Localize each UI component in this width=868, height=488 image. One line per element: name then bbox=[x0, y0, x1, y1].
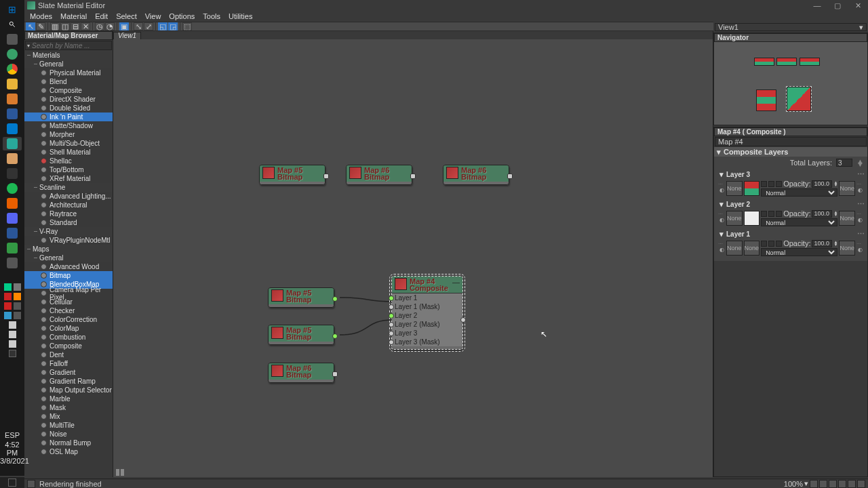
bitmap-node[interactable]: Map #5Bitmap bbox=[268, 287, 334, 308]
search-button[interactable] bbox=[3, 18, 22, 31]
spinner-icon[interactable]: ▲▼ bbox=[833, 181, 837, 186]
volume-icon[interactable] bbox=[9, 331, 16, 338]
tray-icon[interactable] bbox=[14, 293, 21, 300]
tool-pick-icon[interactable]: ✎ bbox=[36, 22, 45, 30]
opacity-input[interactable] bbox=[812, 240, 832, 247]
zoom-btn[interactable] bbox=[857, 480, 865, 488]
tree-subgroup[interactable]: ─General bbox=[24, 253, 113, 262]
search-input[interactable] bbox=[32, 42, 110, 49]
color-correct-icon[interactable]: ◐ bbox=[856, 247, 863, 253]
app-explorer[interactable] bbox=[3, 77, 22, 91]
output-port[interactable] bbox=[332, 371, 338, 377]
tool-btn[interactable]: ◱ bbox=[158, 22, 167, 30]
opacity-input[interactable] bbox=[812, 210, 832, 218]
tray-icon[interactable] bbox=[4, 312, 12, 319]
spinner-icon[interactable]: ▲▼ bbox=[833, 211, 837, 216]
solo-icon[interactable] bbox=[776, 211, 782, 217]
tray-icon[interactable] bbox=[4, 283, 12, 291]
menu-modes[interactable]: Modes bbox=[30, 12, 52, 20]
app-folder[interactable] bbox=[3, 152, 22, 165]
texture-slot[interactable]: None bbox=[744, 241, 760, 256]
menu-select[interactable]: Select bbox=[116, 12, 137, 20]
color-correct-icon[interactable]: ◐ bbox=[856, 187, 863, 194]
solo-icon[interactable] bbox=[776, 181, 782, 187]
color-correct-icon[interactable]: ◐ bbox=[718, 217, 725, 224]
tree-subgroup[interactable]: ─Scanline bbox=[24, 183, 113, 192]
tree-item[interactable]: Advanced Wood bbox=[24, 262, 113, 271]
output-port[interactable] bbox=[460, 317, 466, 323]
zoom-btn[interactable] bbox=[810, 480, 818, 488]
param-name-field[interactable]: Map #4 bbox=[715, 137, 867, 146]
texture-slot[interactable] bbox=[744, 181, 760, 196]
menu-options[interactable]: Options bbox=[169, 12, 195, 20]
app-word[interactable] bbox=[3, 107, 22, 121]
tree-item[interactable]: VRayPluginNodeMtl bbox=[24, 236, 113, 245]
tool-btn[interactable]: ◫ bbox=[60, 22, 70, 30]
tray-icon[interactable] bbox=[9, 340, 16, 348]
app-vs[interactable] bbox=[3, 122, 22, 136]
tree-item[interactable]: Blend bbox=[24, 77, 113, 86]
layer-header[interactable]: ▾ Layer 3⋯ bbox=[717, 170, 865, 179]
tree-item[interactable]: Shellac bbox=[24, 157, 113, 165]
tool-btn[interactable]: ⬚ bbox=[182, 22, 192, 30]
bitmap-node[interactable]: Map #6Bitmap bbox=[268, 363, 334, 383]
tray-icon[interactable] bbox=[14, 302, 21, 310]
chevron-down-icon[interactable]: ▾ bbox=[27, 43, 30, 49]
spinner-icon[interactable]: ▲▼ bbox=[833, 241, 837, 246]
tree-subgroup[interactable]: ─General bbox=[24, 60, 113, 68]
wifi-icon[interactable] bbox=[9, 321, 16, 329]
tree-item[interactable]: Physical Material bbox=[24, 68, 113, 77]
tree-item[interactable]: Gradient bbox=[24, 368, 113, 377]
app-other2[interactable] bbox=[3, 256, 22, 270]
app-discord[interactable] bbox=[3, 211, 22, 225]
tree-item[interactable]: Advanced Lighting... bbox=[24, 192, 113, 201]
mask-icon[interactable] bbox=[768, 181, 774, 187]
browser-search[interactable]: ▾ bbox=[25, 41, 112, 50]
tree-item[interactable]: Ink 'n Paint bbox=[24, 113, 113, 121]
tree-item[interactable]: Matte/Shadow bbox=[24, 121, 113, 130]
mask-slot[interactable]: None bbox=[726, 211, 743, 226]
tree-item[interactable]: Composite bbox=[24, 86, 113, 95]
input-port[interactable] bbox=[389, 313, 394, 319]
close-button[interactable]: ✕ bbox=[848, 0, 868, 11]
tray-icon[interactable] bbox=[9, 350, 16, 357]
visible-icon[interactable] bbox=[761, 211, 767, 217]
tool-btn[interactable]: ▥ bbox=[50, 22, 60, 30]
mask-icon[interactable] bbox=[768, 241, 774, 247]
color-correct-icon[interactable]: ◐ bbox=[718, 247, 725, 253]
mask-slot[interactable]: None bbox=[726, 241, 743, 256]
notification-button[interactable] bbox=[0, 477, 24, 488]
blend-mode-select[interactable]: Normal bbox=[761, 188, 837, 197]
input-port[interactable] bbox=[389, 322, 394, 327]
rollout-header[interactable]: ▾Composite Layers bbox=[714, 147, 867, 157]
tree-item[interactable]: Map Output Selector bbox=[24, 386, 113, 394]
navigator-view[interactable] bbox=[714, 42, 867, 125]
blend-mode-select[interactable]: Normal bbox=[761, 248, 837, 256]
tree-item[interactable]: Mix bbox=[24, 412, 113, 421]
composite-node[interactable]: Map #4Composite—Layer 1Layer 1 (Mask)Lay… bbox=[391, 276, 463, 350]
tray-icon[interactable] bbox=[4, 302, 12, 310]
tree-item[interactable]: MultiTile bbox=[24, 421, 113, 430]
tool-btn[interactable]: ◷ bbox=[95, 22, 104, 30]
output-port[interactable] bbox=[332, 333, 338, 339]
tree-item[interactable]: Noise bbox=[24, 430, 113, 439]
input-port[interactable] bbox=[389, 304, 394, 310]
tray-icon[interactable] bbox=[14, 283, 21, 291]
output-port[interactable] bbox=[410, 174, 416, 179]
input-port[interactable] bbox=[389, 331, 394, 336]
tree-item[interactable]: Falloff bbox=[24, 359, 113, 368]
bitmap-node[interactable]: Map #6Bitmap bbox=[443, 165, 509, 185]
zoom-btn[interactable] bbox=[838, 480, 846, 488]
tree-subgroup[interactable]: ─V-Ray bbox=[24, 227, 113, 236]
minimize-button[interactable]: — bbox=[807, 0, 827, 11]
tree-item[interactable]: Architectural bbox=[24, 201, 113, 209]
tree-item[interactable]: Morpher bbox=[24, 130, 113, 139]
menu-view[interactable]: View bbox=[145, 12, 161, 20]
tree-item[interactable]: Camera Map Per Pixel bbox=[24, 289, 113, 298]
app-spotify[interactable] bbox=[3, 182, 22, 195]
start-button[interactable]: ⊞ bbox=[3, 3, 22, 16]
solo-icon[interactable] bbox=[776, 241, 782, 247]
tree-item[interactable]: Gradient Ramp bbox=[24, 377, 113, 386]
menu-tools[interactable]: Tools bbox=[203, 12, 220, 20]
tree-item[interactable]: ColorMap bbox=[24, 324, 113, 333]
